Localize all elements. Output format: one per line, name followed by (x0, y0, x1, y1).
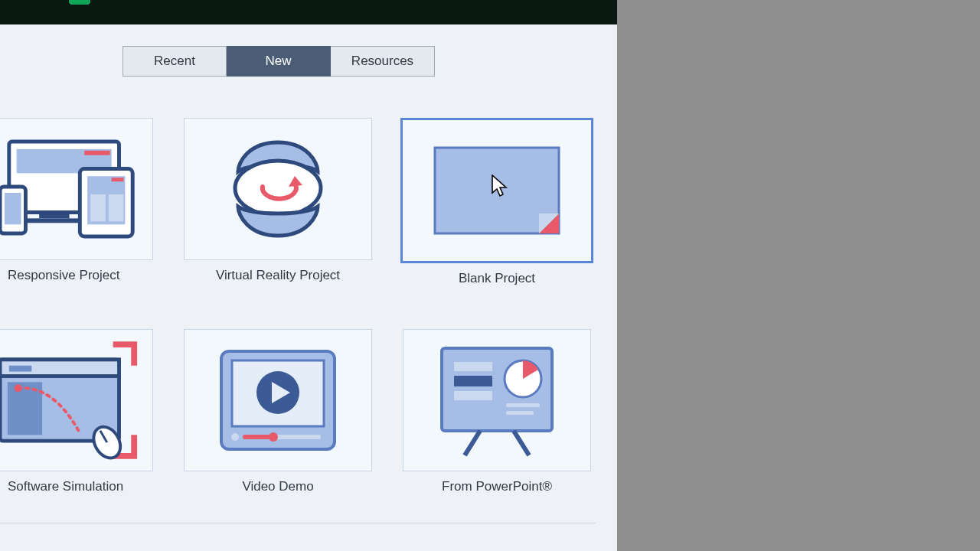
svg-rect-4 (25, 218, 83, 223)
svg-rect-29 (243, 435, 272, 439)
responsive-devices-icon (0, 132, 143, 246)
svg-rect-30 (272, 435, 321, 439)
tile-label: Responsive Project (8, 268, 119, 283)
tile-label: From PowerPoint® (442, 479, 552, 494)
svg-point-31 (269, 432, 278, 442)
svg-point-12 (235, 161, 321, 216)
svg-rect-11 (5, 193, 21, 224)
svg-point-28 (231, 433, 239, 441)
vr-headset-icon (224, 139, 332, 239)
svg-rect-37 (506, 403, 540, 407)
app-header (0, 0, 617, 24)
tile-label: Virtual Reality Project (216, 268, 340, 283)
tab-recent[interactable]: Recent (122, 46, 227, 77)
tile-responsive-project[interactable]: Responsive Project (0, 118, 153, 286)
tab-bar: Recent New Resources (122, 46, 617, 77)
tile-label: Video Demo (242, 479, 313, 494)
tab-resources[interactable]: Resources (331, 46, 435, 77)
svg-rect-35 (454, 391, 492, 400)
svg-rect-34 (454, 376, 492, 386)
tile-label: Software Simulation (8, 479, 123, 494)
section-divider (0, 523, 596, 523)
software-simulation-icon (0, 339, 143, 461)
svg-rect-20 (9, 366, 32, 372)
video-demo-icon (217, 347, 339, 454)
svg-line-40 (514, 431, 529, 455)
tile-video-demo[interactable]: Video Demo (184, 329, 372, 494)
svg-rect-3 (39, 213, 69, 219)
tile-from-powerpoint[interactable]: From PowerPoint® (403, 329, 591, 494)
side-panel (617, 0, 980, 551)
svg-rect-7 (112, 178, 124, 181)
svg-rect-9 (109, 194, 124, 221)
brand-accent (69, 0, 90, 5)
tile-software-simulation[interactable]: Software Simulation (0, 329, 153, 494)
svg-rect-38 (506, 411, 534, 415)
tile-label: Blank Project (459, 271, 535, 286)
svg-line-39 (465, 431, 480, 455)
blank-page-icon (432, 145, 562, 236)
tile-virtual-reality-project[interactable]: Virtual Reality Project (184, 118, 372, 286)
tab-new[interactable]: New (227, 46, 331, 77)
svg-rect-2 (84, 151, 109, 155)
svg-rect-8 (90, 194, 106, 221)
powerpoint-board-icon (436, 339, 558, 461)
main-panel: Recent New Resources (0, 0, 617, 551)
svg-rect-33 (454, 362, 492, 371)
project-grid: Responsive Project Virtual Reality Proje… (0, 118, 617, 494)
tile-blank-project[interactable]: Blank Project (403, 118, 591, 286)
svg-point-21 (15, 384, 22, 392)
